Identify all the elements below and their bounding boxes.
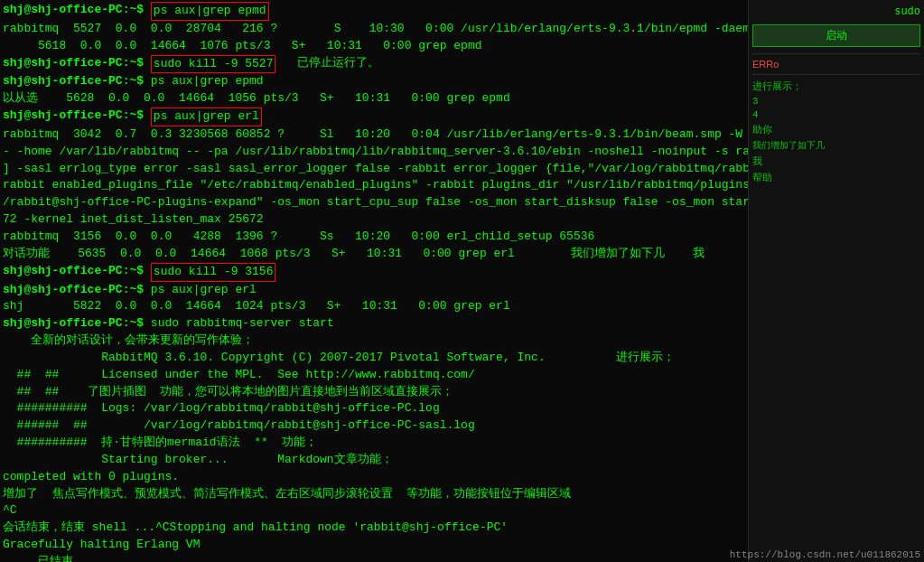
terminal-line: - -home /var/lib/rabbitmq -- -pa /usr/li… xyxy=(3,144,747,161)
terminal-line: rabbit enabled_plugins_file "/etc/rabbit… xyxy=(3,177,747,194)
terminal-line: ########## Logs: /var/log/rabbitmq/rabbi… xyxy=(3,400,747,417)
url-bar: https://blog.csdn.net/u011862015 xyxy=(730,549,920,560)
main-terminal: shj@shj-office-PC:~$ ps aux|grep epmd ra… xyxy=(0,0,750,562)
terminal-line: ...已结束。 xyxy=(3,554,747,562)
terminal-line: 以从选 5628 0.0 0.0 14664 1056 pts/3 S+ 10:… xyxy=(3,90,747,108)
divider xyxy=(752,74,920,75)
cmd-highlight: ps aux|grep erl xyxy=(151,108,262,126)
terminal-line: completed with 0 plugins. xyxy=(3,469,747,486)
cmd-highlight: ps aux|grep epmd xyxy=(151,2,269,21)
divider xyxy=(752,53,920,54)
sudo-label: sudo xyxy=(752,5,920,18)
terminal-line: shj@shj-office-PC:~$ ps aux|grep erl xyxy=(3,282,747,299)
terminal-line: shj@shj-office-PC:~$ sudo rabbitmq-serve… xyxy=(3,315,747,333)
panel-text-help: 助你 xyxy=(752,123,920,136)
panel-num-3: 3 xyxy=(752,96,920,107)
error-label: ERRo xyxy=(752,59,920,70)
terminal-line: 增加了 焦点写作模式、预览模式、简洁写作模式、左右区域同步滚轮设置 等功能，功能… xyxy=(3,486,747,503)
terminal-line: ## ## Licensed under the MPL. See http:/… xyxy=(3,367,747,384)
terminal-line: shj@shj-office-PC:~$ sudo kill -9 3156 xyxy=(3,263,747,282)
terminal-line: ^C xyxy=(3,502,747,520)
cmd-highlight: sudo kill -9 5527 xyxy=(151,55,276,74)
start-button[interactable]: 启动 xyxy=(752,24,920,47)
terminal-line: ## ## 了图片插图 功能，您可以将本地的图片直接地到当前区域直接展示； xyxy=(3,384,747,401)
terminal-line: RabbitMQ 3.6.10. Copyright (C) 2007-2017… xyxy=(3,350,747,367)
terminal-line: ] -sasl errlog_type error -sasl sasl_err… xyxy=(3,161,747,178)
terminal-line: Gracefully halting Erlang VM xyxy=(3,537,747,554)
terminal-window: shj@shj-office-PC:~$ ps aux|grep epmd ra… xyxy=(0,0,924,562)
terminal-line: Starting broker... Markdown文章功能； xyxy=(3,452,747,469)
terminal-line: 全新的对话设计，会带来更新的写作体验； xyxy=(3,333,747,350)
terminal-line: shj@shj-office-PC:~$ sudo kill -9 5527 已… xyxy=(3,55,747,74)
terminal-line: 72 -kernel inet_dist_listen_max 25672 xyxy=(3,211,747,229)
terminal-line: 对话功能 5635 0.0 0.0 14664 1068 pts/3 S+ 10… xyxy=(3,246,747,263)
terminal-line: shj@shj-office-PC:~$ ps aux|grep erl xyxy=(3,108,747,126)
right-panel: sudo 启动 ERRo 进行展示； 3 4 助你 我们增加了如下几 我 帮助 xyxy=(748,0,924,562)
terminal-line: shj 5822 0.0 0.0 14664 1024 pts/3 S+ 10:… xyxy=(3,298,747,315)
panel-text-me: 我 xyxy=(752,155,920,168)
terminal-line: 5618 0.0 0.0 14664 1076 pts/3 S+ 10:31 0… xyxy=(3,38,747,55)
terminal-line: /rabbit@shj-office-PC-plugins-expand" -o… xyxy=(3,194,747,211)
prompt: shj@shj-office-PC xyxy=(3,2,123,21)
terminal-line: rabbitmq 3156 0.0 0.0 4288 1396 ? Ss 10:… xyxy=(3,229,747,246)
panel-text-1: 进行展示； xyxy=(752,80,920,93)
panel-text-help2: 帮助 xyxy=(752,171,920,184)
terminal-line: 会话结束，结束 shell ...^CStopping and halting … xyxy=(3,520,747,537)
terminal-line: ########## 持·甘特图的mermaid语法 ** 功能； xyxy=(3,435,747,452)
terminal-line: ###### ## /var/log/rabbitmq/rabbit@shj-o… xyxy=(3,417,747,435)
terminal-line: shj@shj-office-PC:~$ ps aux|grep epmd xyxy=(3,2,747,21)
terminal-line: shj@shj-office-PC:~$ ps aux|grep epmd xyxy=(3,73,747,90)
terminal-line: rabbitmq 3042 0.7 0.3 3230568 60852 ? Sl… xyxy=(3,126,747,144)
panel-text-added: 我们增加了如下几 xyxy=(752,139,920,152)
cmd-highlight: sudo kill -9 3156 xyxy=(151,263,276,282)
terminal-line: rabbitmq 5527 0.0 0.0 28704 216 ? S 10:3… xyxy=(3,21,747,38)
panel-num-4: 4 xyxy=(752,109,920,120)
